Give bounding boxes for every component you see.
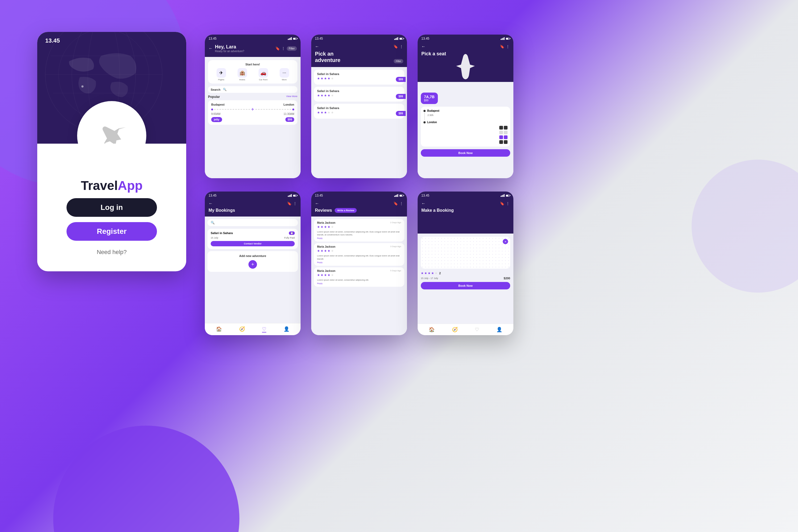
cat-hotels[interactable]: 🏨 Hotels [238, 68, 247, 81]
price-badge-2: $99 [396, 94, 406, 99]
book-now-seat-btn[interactable]: Book Now [421, 149, 510, 157]
adventure-card-1[interactable]: Safari in Sahara ★★★★★ $99 [314, 70, 404, 84]
view-more-btn[interactable]: View More [286, 95, 298, 99]
seat-taken-2[interactable] [504, 126, 508, 130]
nav-favorites-booking[interactable]: ♡ [475, 327, 479, 332]
bg-blob-bottom [53, 425, 240, 532]
seat-selected-1[interactable] [499, 135, 503, 139]
back-icon-4[interactable]: ← [209, 201, 213, 206]
book-now-final-btn[interactable]: Book Now [421, 282, 510, 289]
signal-icon-3 [500, 37, 505, 40]
nav-home[interactable]: 🏠 [216, 326, 222, 332]
seat-selected-2[interactable] [504, 135, 508, 139]
more-icon: ⋯ [280, 68, 289, 78]
seat-avail-1[interactable] [499, 131, 503, 134]
adventure-card-2[interactable]: Safari in Sahara ★★★★★ $99 [314, 87, 404, 101]
flight-price: $99 [285, 117, 294, 122]
contact-vendor-btn[interactable]: Contact Vendor [211, 241, 295, 246]
back-icon-3[interactable]: ← [421, 44, 425, 49]
search-input-sm[interactable] [228, 88, 295, 91]
search-input-bookings[interactable] [216, 221, 295, 224]
to-city: London [284, 103, 294, 106]
seat-price: $99 [424, 99, 435, 102]
main-phone-body: TravelApp Log in Register Need help? [37, 144, 186, 266]
more-icon-3[interactable]: ⋮ [506, 44, 510, 49]
more-icon-6[interactable]: ⋮ [506, 201, 510, 206]
review-text-1: Lorem ipsum dolor sit amet, consectetur … [317, 230, 401, 236]
review-stars-3: ★★★★★ [317, 273, 401, 277]
nav-explore-booking[interactable]: 🧭 [452, 327, 458, 332]
back-icon-6[interactable]: ← [421, 201, 425, 206]
more-icon-5[interactable]: ⋮ [400, 201, 403, 206]
back-icon-5[interactable]: ← [315, 201, 319, 206]
back-icon-2[interactable]: ← [315, 44, 319, 49]
make-booking-body: ✕ ★★★★★ 2 15 July - 17 July $200 Book No… [418, 233, 513, 324]
signal-icon [288, 37, 292, 40]
bookmark-icon-3[interactable]: 🔖 [500, 44, 504, 49]
bookmark-icon-5[interactable]: 🔖 [394, 201, 398, 206]
hey-lara-time: 13.45 [209, 37, 216, 40]
booking-price: $200 [504, 277, 510, 280]
price-badge-3: $99 [396, 111, 406, 116]
bookmark-icon-6[interactable]: 🔖 [500, 201, 504, 206]
write-review-btn[interactable]: Write a Review [335, 208, 357, 213]
photo-placeholder: ✕ [421, 237, 510, 269]
nav-explore[interactable]: 🧭 [239, 326, 245, 332]
seat-status: 13.45 [418, 35, 513, 42]
review-text-2: Lorem ipsum dolor sit amet, consectetur … [317, 254, 401, 260]
make-booking-header: ← 🔖 ⋮ Make a Booking [418, 199, 513, 233]
dot-to [292, 109, 294, 110]
reply-link-2[interactable]: Reply [317, 261, 401, 264]
login-button[interactable]: Log in [66, 198, 157, 217]
seat-taken-4[interactable] [504, 140, 508, 144]
filter-btn-2[interactable]: Filter [394, 59, 403, 63]
subtitle-text: Ready for an adventure? [215, 50, 244, 53]
svg-point-7 [81, 86, 83, 88]
plane-shape-icon [454, 53, 477, 82]
seat-taken-3[interactable] [499, 140, 503, 144]
signal-icon-2 [394, 37, 398, 40]
popular-section: Popular View More Budapest London ✈ 9:00… [208, 95, 298, 125]
back-icon-1[interactable]: ← [209, 46, 213, 51]
booking-card-1: Safari in Sahara 📋 15 July Fully Paid Co… [208, 229, 298, 249]
filter-btn-1[interactable]: Filter [287, 46, 297, 51]
add-adventure-label: Add new adventure [211, 254, 295, 258]
nav-profile[interactable]: 👤 [284, 326, 289, 332]
adventure-time: 13.45 [315, 37, 323, 40]
dashed-line [214, 109, 250, 110]
bookmark-icon-1[interactable]: 🔖 [275, 46, 280, 51]
seat-body: 7A,7B $99 Budapest 2:30h London [418, 82, 513, 178]
car-icon: 🚗 [259, 68, 268, 78]
booking-status-icon: 📋 [289, 231, 295, 235]
cat-car-rent[interactable]: 🚗 Car Rent [259, 68, 268, 81]
arrive-time: 11:30AM [284, 113, 294, 115]
register-button[interactable]: Register [66, 222, 157, 241]
hey-lara-status: 13.45 [205, 35, 301, 42]
seat-avail-2[interactable] [504, 131, 508, 134]
signal-icon-4 [288, 194, 292, 197]
battery-icon-5 [400, 195, 403, 196]
bookmark-icon-4[interactable]: 🔖 [287, 201, 291, 206]
nav-profile-booking[interactable]: 👤 [496, 327, 502, 332]
from-city-seat: Budapest [427, 109, 439, 112]
more-icon-2[interactable]: ⋮ [400, 44, 403, 49]
reply-link-1[interactable]: Reply [317, 237, 401, 240]
nav-favorites[interactable]: ♡ [262, 326, 266, 332]
adventure-title: Pick an adventure [315, 51, 341, 63]
from-city: Budapest [211, 103, 225, 106]
add-adventure-btn[interactable]: + [248, 260, 257, 269]
more-icon-4[interactable]: ⋮ [293, 201, 297, 206]
bookmark-icon-2[interactable]: 🔖 [394, 44, 398, 49]
more-icon-1[interactable]: ⋮ [281, 46, 285, 51]
seat-taken-1[interactable] [499, 126, 503, 130]
reply-link-3[interactable]: Reply [317, 282, 401, 285]
cat-more[interactable]: ⋯ More [280, 68, 289, 81]
cat-flights[interactable]: ✈ Flights [216, 68, 226, 81]
adventure-header: ← 🔖 ⋮ Pick an adventure Filter [311, 42, 407, 67]
close-photo-btn[interactable]: ✕ [503, 239, 508, 244]
add-adventure-card: Add new adventure + [208, 251, 298, 272]
adventure-card-3[interactable]: Safari in Sahara ★★★★★ $99 [314, 104, 404, 119]
nav-home-booking[interactable]: 🏠 [429, 327, 435, 332]
dashed-line2 [255, 109, 291, 110]
seat-map-card: Budapest 2:30h London [421, 107, 510, 147]
